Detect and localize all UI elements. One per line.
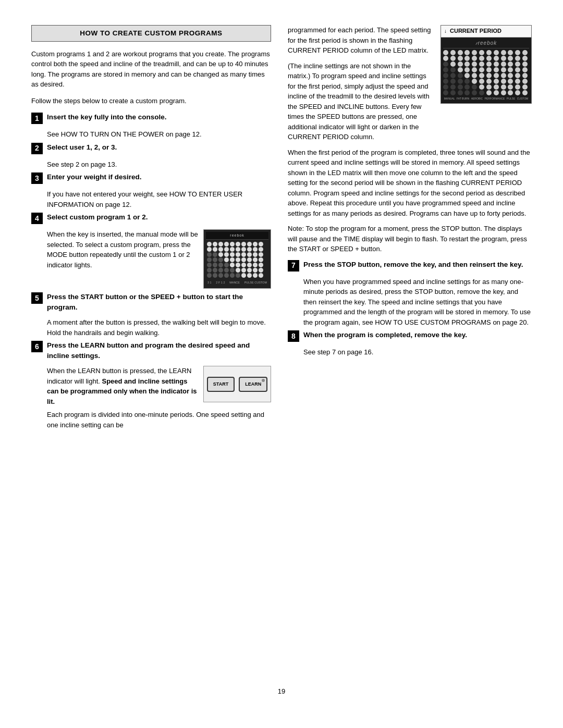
step-3-sub: If you have not entered your weight, see… bbox=[47, 189, 271, 209]
cp-body: 𝑟reebok bbox=[441, 38, 531, 103]
right-para-1: programmed for each period. The speed se… bbox=[288, 25, 433, 56]
cp-bottom-labels: MANUAL FAT BURN AEROBIC PERFORMANCE PULS… bbox=[443, 97, 529, 101]
intro-para-2: Follow the steps below to create a custo… bbox=[31, 96, 271, 106]
step-5-content: Press the START button or the SPEED + bu… bbox=[47, 292, 271, 312]
cp-label-manual: MANUAL bbox=[444, 97, 455, 101]
cp-logo: 𝑟reebok bbox=[443, 40, 529, 49]
step-7-number: 7 bbox=[288, 260, 299, 272]
step-6-text: When the LEARN button is pressed, the LE… bbox=[47, 366, 198, 406]
right-para-2: (The incline settings are not shown in t… bbox=[288, 61, 433, 142]
step-6-text-bold: Speed and incline settings can be progra… bbox=[47, 377, 197, 405]
start-button-shape: START bbox=[207, 377, 235, 392]
step-8: 8 When the program is completed, remove … bbox=[288, 330, 532, 342]
led-label-3: MANCE bbox=[229, 281, 240, 285]
step-5-sub: A moment after the button is pressed, th… bbox=[47, 317, 271, 338]
learn-button-shape: LEARN bbox=[239, 377, 267, 392]
cp-label-aerobic: AEROBIC bbox=[471, 97, 483, 101]
step-6-text-normal: When the LEARN button is pressed, the LE… bbox=[47, 367, 197, 405]
step-8-number: 8 bbox=[288, 330, 299, 342]
step-2-number: 2 bbox=[31, 143, 43, 154]
step-1-content: Insert the key fully into the console. bbox=[47, 112, 271, 122]
step-3-content: Enter your weight if desired. bbox=[47, 172, 271, 182]
step-7-title: Press the STOP button, remove the key, a… bbox=[303, 261, 523, 268]
page-number: 19 bbox=[31, 687, 532, 697]
led-grid bbox=[206, 240, 268, 280]
intro-para-1: Custom programs 1 and 2 are workout prog… bbox=[31, 49, 271, 90]
learn-indicator-light bbox=[262, 379, 265, 382]
step-6-content: Press the LEARN button and program the d… bbox=[47, 340, 271, 361]
cp-label-custom: CUSTOM bbox=[517, 97, 529, 101]
led-bottom-labels: 3 1 2 F 1 2 MANCE PULSE CUSTOM bbox=[206, 280, 268, 286]
step-5: 5 Press the START button or the SPEED + … bbox=[31, 292, 271, 312]
step-2-content: Select user 1, 2, or 3. bbox=[47, 142, 271, 153]
led-top-bar: reebok bbox=[206, 232, 268, 240]
step-3: 3 Enter your weight if desired. bbox=[31, 172, 271, 184]
right-para-note: Note: To stop the program for a moment, … bbox=[288, 224, 532, 254]
step-7-body: When you have programmed speed and incli… bbox=[303, 277, 532, 328]
cp-label-fat: FAT BURN bbox=[457, 97, 469, 101]
step-1: 1 Insert the key fully into the console. bbox=[31, 112, 271, 124]
cp-dot-grid bbox=[443, 50, 529, 95]
current-period-diagram: ↓ CURRENT PERIOD 𝑟reebok bbox=[440, 25, 532, 104]
cp-label-pulse: PULSE bbox=[507, 97, 515, 101]
right-para-3: When the first period of the program is … bbox=[288, 147, 532, 219]
last-para-left: Each program is divided into one-minute … bbox=[47, 410, 271, 430]
step-4-content: Select custom program 1 or 2. bbox=[47, 212, 271, 223]
section-header: HOW TO CREATE CUSTOM PROGRAMS bbox=[31, 25, 271, 42]
step-3-number: 3 bbox=[31, 172, 43, 184]
step-5-number: 5 bbox=[31, 292, 43, 304]
current-period-arrow: ↓ bbox=[444, 28, 447, 35]
step-1-title: Insert the key fully into the console. bbox=[47, 113, 167, 121]
step-8-content: When the program is completed, remove th… bbox=[303, 330, 532, 340]
step-8-sub: See step 7 on page 16. bbox=[303, 347, 532, 357]
step-4-body: When the key is inserted, the manual mod… bbox=[47, 229, 271, 289]
current-period-label: CURRENT PERIOD bbox=[450, 27, 501, 35]
step-2: 2 Select user 1, 2, or 3. bbox=[31, 142, 271, 154]
step-6-title: Press the LEARN button and program the d… bbox=[47, 341, 250, 360]
right-column: ↓ CURRENT PERIOD 𝑟reebok bbox=[288, 25, 532, 674]
step-7-content: Press the STOP button, remove the key, a… bbox=[303, 260, 532, 270]
step-6-body: When the LEARN button is pressed, the LE… bbox=[47, 366, 271, 406]
step-8-title: When the program is completed, remove th… bbox=[303, 331, 467, 339]
step-2-title: Select user 1, 2, or 3. bbox=[47, 143, 117, 151]
step-3-title: Enter your weight if desired. bbox=[47, 173, 142, 181]
step-2-sub: See step 2 on page 13. bbox=[47, 159, 271, 170]
step-5-title: Press the START button or the SPEED + bu… bbox=[47, 293, 243, 311]
step-6-number: 6 bbox=[31, 341, 43, 352]
step-1-number: 1 bbox=[31, 113, 43, 124]
step-7: 7 Press the STOP button, remove the key,… bbox=[288, 260, 532, 272]
step-1-sub: See HOW TO TURN ON THE POWER on page 12. bbox=[47, 129, 271, 140]
left-column: HOW TO CREATE CUSTOM PROGRAMS Custom pro… bbox=[31, 25, 271, 674]
led-brand: reebok bbox=[230, 233, 244, 237]
led-label-2: 2 F 1 2 bbox=[216, 281, 225, 285]
step-4: 4 Select custom program 1 or 2. bbox=[31, 212, 271, 224]
led-label-4: PULSE CUSTOM bbox=[244, 281, 267, 285]
led-label-1: 3 1 bbox=[207, 281, 212, 285]
cp-label-performance: PERFORMANCE bbox=[485, 97, 505, 101]
step-6: 6 Press the LEARN button and program the… bbox=[31, 340, 271, 361]
step-4-title: Select custom program 1 or 2. bbox=[47, 213, 148, 221]
page: HOW TO CREATE CUSTOM PROGRAMS Custom pro… bbox=[0, 0, 563, 728]
step-6-image: START LEARN bbox=[203, 366, 271, 406]
step-4-image: reebok bbox=[203, 229, 271, 289]
step-4-text: When the key is inserted, the manual mod… bbox=[47, 229, 198, 289]
step-4-number: 4 bbox=[31, 213, 43, 224]
